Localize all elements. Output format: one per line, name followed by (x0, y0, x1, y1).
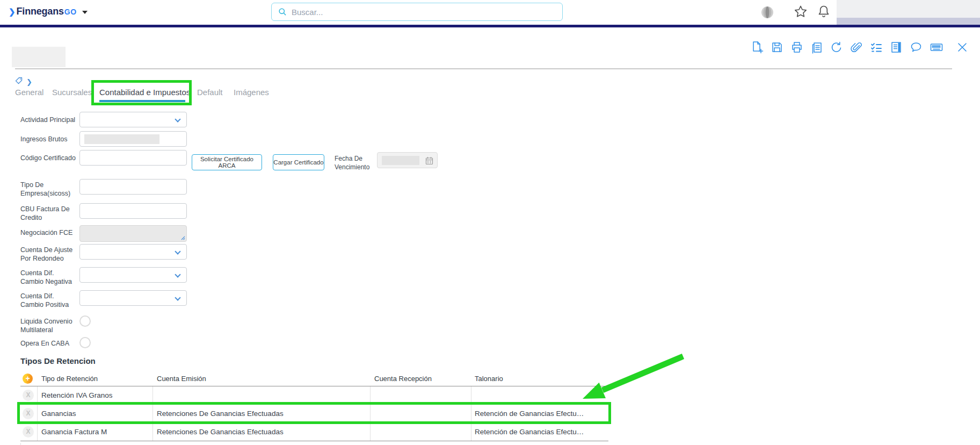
breadcrumb: ❯ (15, 77, 32, 87)
cuenta-dif-cambio-negativa-select[interactable] (79, 267, 187, 283)
global-search (271, 3, 563, 21)
favorites-star-icon[interactable] (793, 4, 808, 19)
actividad-principal-select[interactable] (79, 112, 187, 127)
delete-row-button[interactable]: X (23, 426, 34, 437)
field-label-negociacion-fce: Negociación FCE (20, 228, 78, 237)
delete-row-button[interactable]: X (23, 390, 34, 401)
user-account-area[interactable] (837, 0, 980, 25)
resize-handle-icon[interactable] (181, 236, 185, 240)
page-title-blurred (12, 47, 66, 67)
solicitar-certificado-arca-button[interactable]: Solicitar Certificado ARCA (192, 154, 262, 170)
chevron-down-icon (175, 295, 180, 300)
field-label-actividad-principal: Actividad Principal (20, 116, 78, 124)
cuenta-ajuste-redondeo-select[interactable] (79, 244, 187, 260)
cell-tipo: Retención IVA Granos (38, 386, 153, 404)
field-label-liquida-convenio-multilateral: Liquida Convenio Multilateral (20, 317, 78, 335)
column-header-talonario: Talonario (471, 371, 608, 386)
chevron-down-icon (175, 248, 180, 254)
header-divider (15, 68, 952, 69)
calendar-icon[interactable] (425, 156, 433, 165)
ingresos-brutos-blurred-value (84, 134, 159, 144)
topbar-divider (0, 25, 980, 27)
column-header-cuenta-emision: Cuenta Emisión (153, 371, 371, 386)
document-toolbar (751, 41, 969, 54)
cargar-certificado-button[interactable]: Cargar Certificado (273, 154, 324, 170)
copy-icon[interactable] (810, 41, 823, 54)
breadcrumb-separator-icon: ❯ (26, 78, 32, 86)
field-label-fecha-de-vencimiento: Fecha De Vencimiento (335, 155, 373, 171)
table-row-ganancia-factura-m[interactable]: X Ganancia Factura M Retenciones De Gana… (20, 423, 608, 441)
chevron-down-icon (175, 116, 180, 122)
fecha-vencimiento-input[interactable] (377, 152, 438, 168)
logo-dropdown-caret-icon[interactable] (82, 11, 88, 14)
fecha-vencimiento-blurred-value (382, 156, 419, 165)
cell-tipo: Ganancia Factura M (38, 423, 153, 441)
cuenta-dif-cambio-positiva-select[interactable] (79, 290, 187, 306)
codigo-certificado-input[interactable] (79, 150, 187, 166)
comment-icon[interactable] (910, 41, 923, 54)
tab-sucursales[interactable]: Sucursales (52, 88, 92, 97)
delete-row-button[interactable]: X (23, 408, 34, 419)
user-account-blur (837, 0, 980, 18)
new-document-icon[interactable] (751, 41, 764, 54)
opera-en-caba-toggle[interactable] (79, 337, 91, 348)
cell-cuenta-recepcion (371, 423, 471, 441)
active-tab-underline (99, 100, 185, 102)
save-icon[interactable] (771, 41, 783, 54)
cell-tipo: Ganancias (38, 405, 153, 422)
search-input[interactable] (292, 8, 562, 17)
column-header-tipo-de-retencion: Tipo de Retención (38, 371, 153, 386)
search-icon (278, 8, 287, 16)
field-label-ingresos-brutos: Ingresos Brutos (20, 135, 78, 143)
chevron-down-icon (175, 271, 180, 277)
report-icon[interactable] (890, 41, 903, 54)
section-heading-tipos-de-retencion: Tipos De Retencion (20, 356, 96, 365)
table-row-ganancias[interactable]: X Ganancias Retenciones De Ganancias Efe… (20, 405, 608, 423)
logo-chevron-icon: ❯ (9, 7, 16, 17)
user-account-blur-strip (837, 18, 980, 25)
cell-cuenta-recepcion (371, 386, 471, 404)
add-row-button[interactable]: + (23, 374, 33, 384)
print-icon[interactable] (790, 41, 803, 54)
field-label-tipo-de-empresa: Tipo De Empresa(sicoss) (20, 181, 78, 198)
logo-brand-text: Finnegans (17, 6, 64, 17)
cell-talonario (471, 386, 608, 404)
app-logo[interactable]: ❯ Finnegans GO (9, 6, 88, 17)
attachment-icon[interactable] (850, 41, 863, 54)
liquida-convenio-multilateral-toggle[interactable] (79, 315, 91, 327)
close-icon[interactable] (956, 41, 969, 54)
cell-cuenta-emision: Retenciones De Ganancias Efectuadas (153, 423, 371, 441)
field-label-codigo-certificado: Código Certificado (20, 154, 78, 162)
table-next-row-stub (20, 443, 608, 445)
tab-imagenes[interactable]: Imágenes (234, 88, 269, 97)
ingresos-brutos-input[interactable] (79, 131, 187, 147)
field-label-cbu-factura-de-credito: CBU Factura De Credito (20, 205, 78, 223)
field-label-cuenta-de-ajuste-por-redondeo: Cuenta De Ajuste Por Redondeo (20, 246, 78, 263)
field-label-opera-en-caba: Opera En CABA (20, 339, 78, 348)
tab-contabilidad-e-impuestos[interactable]: Contabilidad e Impuestos (99, 88, 190, 97)
cell-talonario: Retención de Ganancias Efectu… (471, 423, 608, 441)
field-label-cuenta-dif-cambio-negativa: Cuenta Dif. Cambio Negativa (20, 269, 78, 286)
top-bar: ❯ Finnegans GO (0, 0, 980, 25)
cbu-factura-de-credito-input[interactable] (79, 203, 187, 219)
table-row-retencion-iva-granos[interactable]: X Retención IVA Granos (20, 386, 608, 405)
cell-cuenta-emision: Retenciones De Ganancias Efectuadas (153, 405, 371, 422)
keyboard-icon[interactable] (930, 41, 943, 54)
notifications-bell-icon[interactable] (817, 4, 831, 19)
tipo-de-empresa-input[interactable] (79, 179, 187, 195)
history-icon[interactable] (830, 41, 843, 54)
cell-talonario: Retención de Ganancias Efectu… (471, 405, 608, 422)
retenciones-table: + Tipo de Retención Cuenta Emisión Cuent… (20, 371, 608, 441)
cell-cuenta-emision (153, 386, 371, 404)
tag-icon[interactable] (15, 77, 23, 87)
column-header-cuenta-recepcion: Cuenta Recepción (371, 371, 471, 386)
cell-cuenta-recepcion (371, 405, 471, 422)
field-label-cuenta-dif-cambio-positiva: Cuenta Dif. Cambio Positiva (20, 292, 78, 310)
table-header-row: + Tipo de Retención Cuenta Emisión Cuent… (20, 371, 608, 386)
logo-suffix-text: GO (64, 8, 77, 16)
negociacion-fce-textarea[interactable] (79, 225, 187, 242)
tab-default[interactable]: Default (197, 88, 223, 97)
globe-icon[interactable] (759, 4, 775, 20)
tab-general[interactable]: General (15, 88, 43, 97)
checklist-icon[interactable] (870, 41, 883, 54)
